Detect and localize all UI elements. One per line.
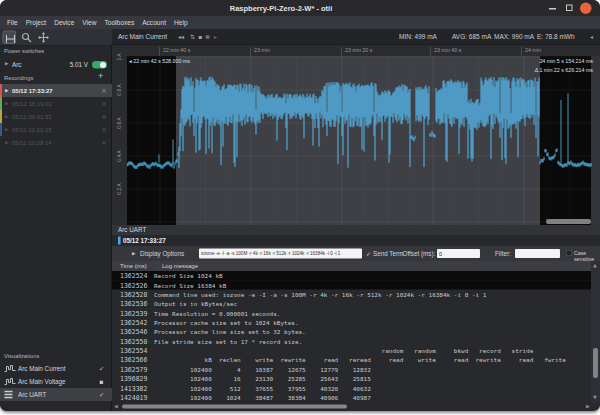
titlebar[interactable]: Raspberry-Pi-Zero-2-W* - otii xyxy=(0,0,600,16)
log-row[interactable]: 1362546Processor cache line size set to … xyxy=(112,327,591,336)
filter-input[interactable] xyxy=(515,249,560,258)
log-row[interactable]: 1362566 kB reclen write rewrite read rer… xyxy=(112,355,591,364)
log-row[interactable]: 1362524Record Size 1024 kB xyxy=(112,271,591,280)
log-row[interactable]: 1362536Output is in kBytes/sec xyxy=(112,299,591,308)
power-toggle[interactable] xyxy=(92,61,107,69)
menu-device[interactable]: Device xyxy=(50,19,78,27)
stat-max: MAX: 990 mA xyxy=(494,33,534,41)
check-icon[interactable]: ✓ xyxy=(99,365,104,373)
log-time: 1362528 xyxy=(112,290,154,299)
recording-item[interactable]: ▶05/11 21:20:15× xyxy=(0,123,112,136)
log-row[interactable]: 1424019 102400 1024 38487 38384 40906 40… xyxy=(112,393,591,402)
expand-arrow-icon[interactable]: ▶ xyxy=(5,127,8,132)
cursor-tool-button[interactable] xyxy=(3,31,17,45)
menu-file[interactable]: File xyxy=(3,19,22,27)
display-options-arrow-icon[interactable]: ▶ xyxy=(132,251,135,256)
recording-color-bar xyxy=(0,110,2,123)
visualizations-list: Arc Main Current✓Arc Main Voltage▪Arc UA… xyxy=(0,362,112,401)
maximize-button[interactable] xyxy=(566,5,573,12)
recording-color-bar xyxy=(0,136,2,149)
remove-recording-icon[interactable]: × xyxy=(101,138,107,146)
log-row[interactable]: 1362554 random random bkwd record stride xyxy=(112,346,591,355)
collapse-panel-icon[interactable]: ◂ xyxy=(590,34,593,41)
chart-stop-icon[interactable]: ▪ xyxy=(198,34,202,41)
chart-timeline[interactable]: 22 min 40 s23 min23 min 20 s23 min 40 s2… xyxy=(112,45,600,56)
log-time: 1362550 xyxy=(112,337,154,346)
case-sensitive-label[interactable]: Case sensitive xyxy=(574,251,600,262)
timeline-tick-label: 23 min xyxy=(254,47,270,53)
scroll-right-icon[interactable]: ▶ xyxy=(586,404,590,410)
partial-icon[interactable]: ▪ xyxy=(99,378,103,386)
expand-arrow-icon[interactable]: ▶ xyxy=(5,61,8,66)
log-row[interactable]: 1362542Processor cache size set to 1024 … xyxy=(112,318,591,327)
device-voltage: 5.01 V xyxy=(40,61,88,68)
log-time: 1396829 xyxy=(112,374,154,383)
add-recording-button[interactable]: + xyxy=(98,71,103,82)
recording-item[interactable]: ▶05/12 17:33:27× xyxy=(0,84,112,97)
chart-plot[interactable]: 1 A0.8 A0.6 A0.4 A0.2 A ◂ 22 min 42 s 52… xyxy=(112,56,600,225)
recordings-header: Recordings xyxy=(4,74,33,81)
recording-item[interactable]: ▶05/12 16:19:02× xyxy=(0,97,112,110)
power-switch-arc[interactable]: ▶ Arc 5.01 V xyxy=(0,58,112,71)
log-row[interactable]: 1396829 102400 16 23130 25285 25643 2581… xyxy=(112,374,591,383)
expand-arrow-icon[interactable]: ▶ xyxy=(5,101,8,106)
remove-recording-icon[interactable]: × xyxy=(101,99,107,107)
visualization-item[interactable]: Arc Main Current✓ xyxy=(0,362,112,375)
remove-recording-icon[interactable]: × xyxy=(101,125,107,133)
remove-recording-icon[interactable]: × xyxy=(101,112,107,120)
uart-tab-label[interactable]: 05/12 17:33:27 xyxy=(123,237,166,244)
log-row[interactable]: 1362526Record Size 16384 kB xyxy=(112,280,591,289)
expand-arrow-icon[interactable]: ▶ xyxy=(5,140,8,145)
pan-tool-icon[interactable] xyxy=(38,32,49,43)
waveform-icon xyxy=(4,364,16,375)
log-row[interactable]: 1362528Command line used: iozone -e -I -… xyxy=(112,290,591,299)
menu-toolboxes[interactable]: Toolboxes xyxy=(100,19,138,27)
close-button[interactable] xyxy=(580,3,592,15)
toolbar xyxy=(0,29,112,46)
chart-play-icon[interactable]: ▸ xyxy=(214,34,217,41)
menu-project[interactable]: Project xyxy=(22,19,51,27)
scroll-left-icon[interactable]: ◀ xyxy=(114,404,118,410)
visualization-item[interactable]: Arc Main Voltage▪ xyxy=(0,375,112,388)
log-time: 1424019 xyxy=(112,393,154,402)
offset-input[interactable]: 0 xyxy=(437,249,480,258)
menu-account[interactable]: Account xyxy=(138,19,170,27)
vertical-scrollbar[interactable]: ▲ ▼ xyxy=(591,261,600,403)
log-row[interactable]: 1413382 102400 512 37655 37955 40320 406… xyxy=(112,383,591,392)
expand-arrow-icon[interactable]: ▶ xyxy=(5,114,8,119)
zoom-tool-icon[interactable] xyxy=(21,32,32,43)
uart-command-input[interactable]: iozone -e -I -a -s 100M -r 4k -r 16k -r … xyxy=(199,249,362,259)
send-term-label[interactable]: Send Term. xyxy=(373,250,405,257)
log-time: 1362579 xyxy=(112,365,154,374)
log-row[interactable]: 1362550File stride size set to 17 * reco… xyxy=(112,337,591,346)
otii-window: Raspberry-Pi-Zero-2-W* - otii FileProjec… xyxy=(0,0,600,411)
case-sensitive-checkbox[interactable] xyxy=(566,250,572,256)
recording-label: 05/11 09:41:31 xyxy=(12,113,52,120)
vertical-scrollbar-thumb[interactable] xyxy=(593,348,598,378)
log-row[interactable]: 1362539Time Resolution = 0.000001 second… xyxy=(112,308,591,317)
recording-color-bar xyxy=(0,84,2,97)
horizontal-scrollbar[interactable]: ◀ ▶ xyxy=(112,403,600,410)
chart-prev-icon[interactable]: ◂◂ xyxy=(178,34,184,41)
recording-item[interactable]: ▶05/11 10:29:14× xyxy=(0,136,112,149)
menu-view[interactable]: View xyxy=(78,19,100,27)
remove-recording-icon[interactable]: × xyxy=(101,86,107,94)
expand-arrow-icon[interactable]: ▶ xyxy=(5,88,8,93)
minimize-button[interactable] xyxy=(549,8,556,10)
visualization-item[interactable]: Arc UART✓ xyxy=(0,388,112,401)
log-table[interactable]: 1362524Record Size 1024 kB1362526Record … xyxy=(112,271,591,402)
horizontal-scrollbar-thumb[interactable] xyxy=(122,405,347,409)
log-message: 102400 512 37655 37955 40320 40632 xyxy=(154,385,371,392)
chart-updown-icon[interactable]: ⇅ xyxy=(190,34,195,41)
display-options-label[interactable]: Display Options xyxy=(140,250,184,257)
chart-close-icon[interactable]: ⊗ xyxy=(205,34,210,41)
timeline-tick-label: 24 min xyxy=(525,47,541,53)
check-icon[interactable]: ✓ xyxy=(99,391,104,399)
recording-item[interactable]: ▶05/11 09:41:31× xyxy=(0,110,112,123)
menu-help[interactable]: Help xyxy=(170,19,192,27)
send-term-checkbox[interactable]: ✓ xyxy=(366,250,371,257)
log-row[interactable]: 1362579 102400 4 10387 12675 12779 12832 xyxy=(112,365,591,374)
scroll-down-icon[interactable]: ▼ xyxy=(593,394,597,400)
scroll-up-icon[interactable]: ▲ xyxy=(593,262,597,268)
timeline-tick xyxy=(430,47,431,56)
